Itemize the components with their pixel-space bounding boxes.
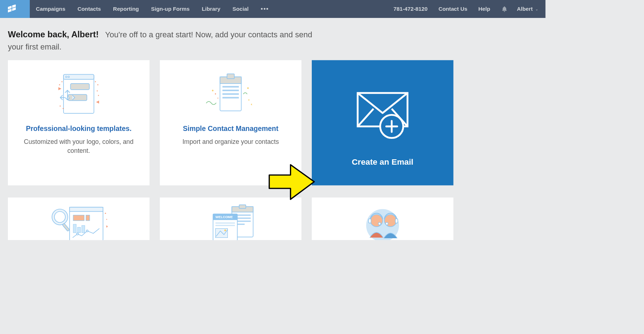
svg-marker-28 <box>212 90 213 91</box>
nav-contact-us[interactable]: Contact Us <box>433 0 473 18</box>
svg-point-14 <box>95 81 96 82</box>
card-reporting[interactable] <box>8 198 150 240</box>
svg-rect-40 <box>86 215 90 221</box>
card-contacts[interactable]: Simple Contact Management Import and org… <box>160 60 302 185</box>
svg-rect-67 <box>368 219 371 223</box>
svg-marker-51 <box>106 225 108 228</box>
bell-icon <box>501 6 508 13</box>
svg-point-71 <box>386 222 388 225</box>
svg-point-19 <box>63 108 64 109</box>
svg-point-44 <box>76 233 78 235</box>
nav-signup-forms[interactable]: Sign-up Forms <box>145 0 196 18</box>
svg-rect-42 <box>77 227 80 233</box>
svg-marker-27 <box>247 87 249 89</box>
svg-marker-30 <box>251 104 252 105</box>
nav-reporting[interactable]: Reporting <box>107 0 145 18</box>
svg-marker-11 <box>96 100 99 103</box>
svg-point-50 <box>106 219 107 220</box>
nav-user-menu[interactable]: Albert ⌄ <box>513 0 546 18</box>
svg-point-17 <box>98 95 99 96</box>
nav-notifications[interactable] <box>495 0 513 18</box>
svg-rect-54 <box>239 205 246 208</box>
nav-primary: Campaigns Contacts Reporting Sign-up For… <box>30 0 275 18</box>
svg-point-12 <box>61 81 62 82</box>
svg-point-66 <box>370 215 382 227</box>
support-illustration <box>355 204 410 240</box>
flag-logo-icon <box>7 4 22 13</box>
more-dots-icon: ••• <box>261 5 269 12</box>
svg-point-31 <box>215 93 216 94</box>
card-welcome-series[interactable]: WELCOME <box>160 198 302 240</box>
welcome-heading: Welcome back, Albert! <box>8 30 99 39</box>
svg-rect-24 <box>222 90 239 91</box>
svg-rect-41 <box>73 224 76 233</box>
svg-marker-2 <box>8 6 11 9</box>
svg-rect-39 <box>73 215 84 221</box>
svg-point-18 <box>60 105 61 107</box>
cards-grid: Professional-looking templates. Customiz… <box>0 60 545 198</box>
svg-marker-1 <box>12 7 16 11</box>
nav-help[interactable]: Help <box>473 0 496 18</box>
card-create-email-title: Create an Email <box>352 157 414 167</box>
svg-rect-38 <box>70 207 103 212</box>
nav-secondary: 781-472-8120 Contact Us Help Albert ⌄ <box>388 0 545 18</box>
svg-point-49 <box>105 213 106 214</box>
chevron-down-icon: ⌄ <box>535 7 538 11</box>
nav-contacts[interactable]: Contacts <box>71 0 107 18</box>
card-contacts-title: Simple Contact Management <box>183 124 278 133</box>
card-create-email[interactable]: Create an Email <box>312 60 453 185</box>
brand-logo[interactable] <box>0 0 30 18</box>
nav-user-name: Albert <box>517 0 533 18</box>
nav-library[interactable]: Library <box>196 0 227 18</box>
nav-social[interactable]: Social <box>226 0 255 18</box>
card-templates[interactable]: Professional-looking templates. Customiz… <box>8 60 150 185</box>
svg-marker-0 <box>8 9 11 12</box>
svg-marker-10 <box>58 87 61 90</box>
svg-point-45 <box>86 230 88 232</box>
nav-phone[interactable]: 781-472-8120 <box>388 0 433 18</box>
svg-rect-23 <box>222 86 239 88</box>
svg-point-13 <box>59 84 60 85</box>
top-navbar: Campaigns Contacts Reporting Sign-up For… <box>0 0 545 18</box>
svg-rect-8 <box>71 84 90 90</box>
create-email-illustration <box>352 84 413 145</box>
card-templates-desc: Customized with your logo, colors, and c… <box>17 137 140 156</box>
envelope-plus-icon <box>352 88 413 142</box>
svg-rect-61 <box>216 222 235 224</box>
card-templates-title: Professional-looking templates. <box>26 124 131 133</box>
svg-point-64 <box>224 229 226 231</box>
svg-marker-3 <box>12 4 16 8</box>
nav-campaigns[interactable]: Campaigns <box>30 0 71 18</box>
svg-rect-25 <box>222 93 239 95</box>
contacts-illustration <box>203 71 258 117</box>
main-content: Professional-looking templates. Customiz… <box>0 60 545 252</box>
cards-grid-row2: WELCOME <box>0 198 545 252</box>
welcome-badge-label: WELCOME <box>216 215 233 219</box>
svg-point-15 <box>97 84 98 85</box>
svg-rect-48 <box>62 223 70 231</box>
svg-rect-43 <box>82 225 85 232</box>
welcome-banner: Welcome back, Albert! You're off to a gr… <box>0 18 322 60</box>
svg-point-68 <box>379 222 381 225</box>
svg-rect-62 <box>216 225 235 226</box>
svg-rect-37 <box>70 207 103 240</box>
svg-rect-70 <box>395 219 398 223</box>
svg-rect-4 <box>64 75 94 113</box>
svg-point-32 <box>217 98 218 99</box>
nav-more-menu[interactable]: ••• <box>255 0 275 18</box>
svg-rect-26 <box>222 97 239 98</box>
svg-rect-22 <box>227 74 234 79</box>
svg-rect-9 <box>68 94 87 100</box>
svg-point-29 <box>248 99 249 100</box>
reporting-illustration <box>48 204 109 240</box>
welcome-series-illustration: WELCOME <box>200 204 261 240</box>
svg-point-47 <box>55 212 65 222</box>
templates-illustration <box>53 71 104 117</box>
card-support[interactable] <box>312 198 453 240</box>
card-contacts-desc: Import and organize your contacts <box>179 137 282 146</box>
svg-point-16 <box>97 90 98 91</box>
